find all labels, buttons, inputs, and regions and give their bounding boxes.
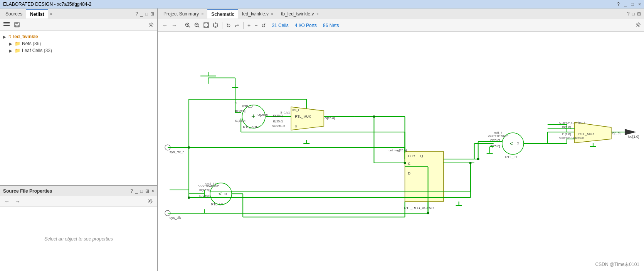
netlist-tab-close[interactable]: × [50, 12, 52, 16]
svg-rect-5 [15, 25, 18, 27]
svg-text:I1[1:0]: I1[1:0] [562, 132, 571, 136]
svg-text:cnt0_j_i: cnt0_j_i [242, 104, 253, 108]
svg-line-9 [188, 26, 190, 27]
tab-tb-led-twinkle-v[interactable]: tb_led_twinkle.v × [277, 10, 323, 18]
leafcells-folder-icon: 📁 [15, 48, 20, 53]
svg-text:cnt_i: cnt_i [292, 108, 299, 112]
tree-leafcells-item[interactable]: ▶ 📁 Leaf Cells (33) [8, 47, 156, 54]
nets-info[interactable]: 86 Nets [323, 23, 339, 28]
led-twinkle-close[interactable]: × [271, 12, 273, 16]
sch-zoom-out-btn[interactable] [193, 22, 201, 29]
prop-settings-btn[interactable] [146, 198, 154, 205]
nets-label: Nets [22, 41, 33, 46]
tb-led-close[interactable]: × [316, 12, 319, 16]
svg-point-7 [150, 200, 151, 202]
tab-netlist[interactable]: Netlist [26, 9, 48, 19]
properties-header: Source File Properties ? _ □ ⊞ × [0, 186, 157, 196]
close-icon[interactable]: × [638, 2, 641, 7]
svg-text:I0[25:0]: I0[25:0] [235, 109, 245, 113]
svg-point-153 [188, 196, 190, 199]
app-title: ELABORATED DESIGN - xc7a35tfgg484-2 [3, 2, 91, 7]
tree-nets-item[interactable]: ▶ 📁 Nets (86) [8, 40, 156, 47]
prop-close-icon[interactable]: × [151, 188, 154, 194]
sch-route-btn[interactable]: ⇌ [234, 22, 240, 29]
sch-subtract-btn[interactable]: − [253, 22, 259, 29]
svg-text:O[25:0]: O[25:0] [257, 113, 267, 117]
project-summary-close[interactable]: × [201, 12, 203, 16]
netlist-tab-bar: Sources Netlist × ? _ □ ⊞ [0, 8, 157, 19]
nets-arrow: ▶ [9, 42, 15, 46]
tab-project-summary[interactable]: Project Summary × [160, 10, 207, 18]
prop-detach-icon[interactable]: ⊞ [145, 188, 149, 194]
schematic-canvas[interactable]: + RTL_ADD I0[25:0] I1[25:0] O[25:0] cnt0… [158, 32, 644, 271]
root-label: led_twinkle [13, 34, 38, 39]
minimize-icon[interactable]: _ [624, 2, 627, 7]
svg-text:O[25:0]: O[25:0] [325, 117, 335, 120]
svg-text:RTL_LT: RTL_LT [211, 202, 223, 206]
right-tab-icons: ? □ ⊞ [627, 11, 642, 17]
svg-text:led[1:0]: led[1:0] [628, 135, 639, 139]
prop-back-btn[interactable]: ← [3, 198, 11, 205]
sch-forward-btn[interactable]: → [170, 22, 178, 29]
sch-zoom-in-btn[interactable] [184, 22, 192, 29]
svg-text:O: O [517, 142, 519, 145]
sch-settings-icon[interactable] [636, 22, 641, 29]
svg-text:sys_clk: sys_clk [170, 216, 181, 220]
netlist-panel: Sources Netlist × ? _ □ ⊞ [0, 8, 157, 186]
sch-add-btn[interactable]: + [246, 22, 252, 29]
netlist-settings-btn[interactable] [147, 21, 155, 29]
right-help-icon[interactable]: ? [627, 11, 630, 17]
sch-fit-selection-btn[interactable] [212, 22, 219, 29]
svg-text:D: D [408, 171, 411, 175]
watermark: CSDN @Time末0101 [595, 261, 639, 268]
schematic-info: 31 Cells 4 I/O Ports 86 Nets [272, 23, 339, 28]
left-panel: Sources Netlist × ? _ □ ⊞ [0, 8, 158, 271]
svg-rect-4 [15, 22, 18, 24]
io-ports-info[interactable]: 4 I/O Ports [295, 23, 317, 28]
netlist-minimize-icon[interactable]: _ [140, 11, 143, 17]
root-icon: R [8, 34, 12, 39]
svg-line-13 [198, 26, 199, 27]
cells-info[interactable]: 31 Cells [272, 23, 288, 28]
prop-help-icon[interactable]: ? [130, 188, 133, 194]
svg-text:C: C [408, 162, 411, 166]
svg-text:I1[25:0]: I1[25:0] [235, 119, 245, 122]
tab-led-twinkle-v[interactable]: led_twinkle.v × [238, 10, 277, 18]
svg-text:S: S [295, 125, 297, 128]
tab-sources[interactable]: Sources [2, 10, 26, 18]
title-bar: ELABORATED DESIGN - xc7a35tfgg484-2 ? _ … [0, 0, 644, 8]
tab-schematic[interactable]: Schematic [207, 9, 238, 19]
prop-forward-btn[interactable]: → [14, 198, 22, 205]
prop-maximize-icon[interactable]: □ [140, 188, 143, 194]
help-icon[interactable]: ? [617, 2, 620, 7]
right-maximize-icon[interactable]: □ [632, 11, 635, 17]
sch-back-btn[interactable]: ← [161, 22, 169, 29]
netlist-maximize-icon[interactable]: □ [145, 11, 148, 17]
sch-fit-page-btn[interactable] [202, 22, 210, 29]
prop-minimize-icon[interactable]: _ [135, 188, 138, 194]
right-detach-icon[interactable]: ⊞ [637, 11, 641, 17]
save-btn[interactable] [13, 21, 21, 29]
svg-text:I1: I1 [234, 102, 237, 105]
properties-header-icons: ? _ □ ⊞ × [130, 188, 154, 194]
tree-root-item[interactable]: ▶ R led_twinkle [2, 33, 156, 40]
svg-text:V=X"17D7840": V=X"17D7840" [488, 134, 509, 138]
svg-text:<: < [219, 191, 222, 197]
nets-count: (86) [33, 41, 41, 46]
right-tabs: Project Summary × Schematic led_twinkle.… [158, 8, 644, 19]
netlist-help-icon[interactable]: ? [135, 11, 138, 17]
svg-text:cnt1_j_i: cnt1_j_i [205, 182, 216, 185]
svg-text:O[1:0]: O[1:0] [612, 132, 620, 135]
sch-reset-btn[interactable]: ↺ [260, 22, 267, 29]
sch-divider-1 [181, 22, 181, 29]
netlist-detach-icon[interactable]: ⊞ [150, 11, 154, 17]
svg-text:RTL_MUX: RTL_MUX [295, 115, 311, 119]
sch-refresh-btn[interactable]: ↻ [225, 22, 232, 29]
maximize-icon[interactable]: □ [631, 2, 634, 7]
collapse-all-btn[interactable] [2, 21, 11, 29]
schematic-diagram: + RTL_ADD I0[25:0] I1[25:0] O[25:0] cnt0… [158, 32, 644, 271]
svg-text:I0[25:0]: I0[25:0] [273, 114, 283, 117]
svg-rect-1 [3, 24, 10, 24]
svg-rect-0 [3, 22, 10, 23]
title-bar-icons: ? _ □ × [614, 2, 641, 7]
